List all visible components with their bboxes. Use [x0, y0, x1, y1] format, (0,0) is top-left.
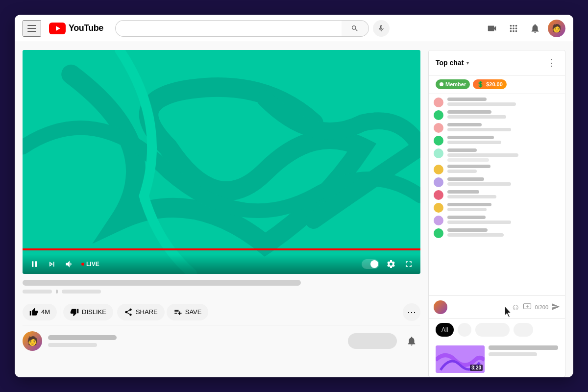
message-text	[447, 153, 518, 157]
save-button[interactable]: SAVE	[167, 304, 209, 320]
youtube-text: YouTube	[69, 23, 103, 33]
chat-messages	[429, 94, 565, 295]
more-options-button[interactable]: ⋯	[403, 303, 420, 321]
chat-user-avatar	[434, 300, 447, 314]
user-avatar-button[interactable]: 🧑	[548, 20, 565, 37]
subscribe-area	[348, 333, 397, 349]
message-text	[447, 182, 511, 186]
dot-separator	[56, 290, 58, 294]
message-avatar	[434, 190, 443, 200]
menu-button[interactable]	[23, 20, 41, 37]
message-text	[447, 233, 504, 237]
mic-button[interactable]	[373, 20, 390, 37]
message-name	[447, 110, 491, 114]
tag-all[interactable]: All	[436, 323, 454, 337]
message-name	[447, 177, 484, 181]
donation-badge[interactable]: 💲 $20.00	[473, 79, 507, 89]
create-button[interactable]	[483, 20, 501, 37]
sub-bar-views	[23, 290, 52, 294]
chat-message	[434, 228, 560, 238]
chat-more-button[interactable]: ⋮	[545, 55, 558, 70]
search-container	[115, 20, 390, 37]
message-content	[447, 148, 560, 162]
message-content	[447, 165, 560, 173]
message-content	[447, 136, 560, 144]
rec-info	[489, 345, 558, 373]
channel-row: 🧑	[23, 325, 420, 357]
avatar-icon: 🧑	[548, 20, 565, 37]
message-text	[447, 102, 516, 106]
message-content	[447, 228, 560, 237]
apps-button[interactable]	[505, 20, 522, 37]
video-title-bar	[23, 280, 301, 286]
message-name	[447, 190, 479, 194]
like-count: 4M	[41, 308, 50, 316]
settings-button[interactable]	[385, 258, 397, 270]
message-name	[447, 216, 486, 219]
chat-panel: Top chat ▾ ⋮ Member 💲 $20.00	[428, 50, 565, 377]
share-button[interactable]: SHARE	[117, 304, 165, 320]
video-controls: LIVE	[23, 254, 420, 274]
message-name	[447, 203, 491, 206]
sub-bar-date	[62, 290, 101, 294]
message-text	[447, 220, 511, 224]
message-avatar	[434, 228, 443, 238]
rec-title-bar	[489, 345, 558, 350]
message-name	[447, 123, 482, 126]
channel-info	[48, 335, 342, 347]
video-player[interactable]: LIVE	[23, 50, 420, 274]
rec-duration: 3:20	[470, 365, 483, 371]
search-input[interactable]	[115, 20, 342, 37]
tag-3[interactable]	[514, 323, 533, 337]
notifications-button[interactable]	[526, 20, 544, 37]
chat-message	[434, 98, 560, 107]
pause-button[interactable]	[28, 258, 40, 270]
save-label: SAVE	[185, 308, 202, 316]
dislike-button[interactable]: DISLIKE	[63, 304, 113, 320]
message-avatar	[434, 148, 443, 158]
message-content	[447, 177, 560, 186]
main-content: LIVE	[15, 42, 573, 377]
send-button[interactable]	[551, 302, 560, 313]
message-content	[447, 216, 560, 224]
chat-message	[434, 216, 560, 225]
fullscreen-button[interactable]	[403, 258, 415, 270]
notification-button[interactable]	[403, 332, 420, 350]
member-badge[interactable]: Member	[436, 79, 470, 89]
video-section: LIVE	[23, 50, 420, 377]
message-name	[447, 136, 494, 139]
volume-button[interactable]	[64, 258, 75, 270]
message-name	[447, 165, 490, 168]
chat-tags-row: All	[429, 318, 565, 342]
next-button[interactable]	[46, 258, 58, 270]
message-avatar	[434, 98, 443, 107]
miniplayer-toggle[interactable]	[362, 259, 379, 269]
super-chat-button[interactable]	[523, 302, 532, 313]
emoji-button[interactable]: ☺	[511, 302, 520, 313]
message-content	[447, 190, 560, 198]
message-avatar	[434, 177, 443, 187]
chat-message	[434, 203, 560, 213]
chat-message	[434, 165, 560, 174]
chat-message	[434, 177, 560, 187]
search-button[interactable]	[342, 20, 369, 37]
rec-meta-bar	[489, 352, 537, 356]
video-sub-bar	[23, 290, 420, 294]
channel-avatar: 🧑	[23, 331, 42, 351]
message-avatar	[434, 203, 443, 213]
chat-dropdown-icon[interactable]: ▾	[466, 60, 469, 66]
chat-header: Top chat ▾ ⋮	[429, 50, 565, 75]
donation-icon: 💲	[477, 81, 484, 88]
tag-2[interactable]	[475, 323, 510, 337]
message-name	[447, 148, 477, 152]
recommended-video[interactable]: 3:20	[429, 342, 565, 377]
chat-input[interactable]	[451, 300, 511, 315]
like-button[interactable]: 4M	[23, 304, 57, 320]
tag-1[interactable]	[458, 323, 471, 337]
donation-amount: $20.00	[486, 81, 503, 87]
logo-area: YouTube	[49, 23, 103, 34]
progress-bar-area[interactable]	[23, 248, 420, 250]
message-text	[447, 170, 477, 173]
nav-actions: 🧑	[483, 20, 565, 37]
chat-badges: Member 💲 $20.00	[429, 75, 565, 94]
